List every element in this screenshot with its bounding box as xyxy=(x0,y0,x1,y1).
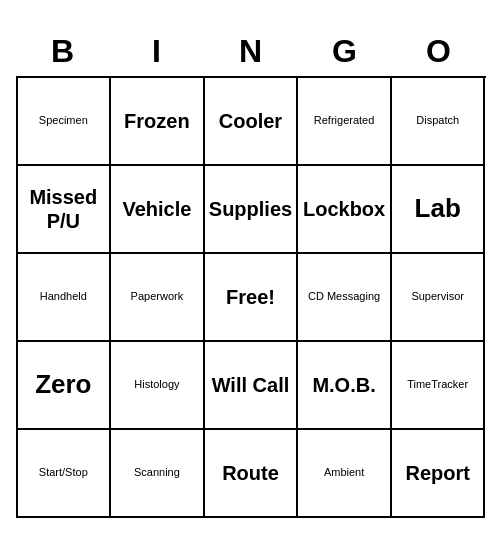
cell-text-0-1: Frozen xyxy=(124,109,190,133)
header-letter-b: B xyxy=(16,26,110,76)
cell-text-1-3: Lockbox xyxy=(303,197,385,221)
cell-4-2: Route xyxy=(205,430,299,518)
cell-text-1-4: Lab xyxy=(415,193,461,224)
cell-text-3-3: M.O.B. xyxy=(312,373,375,397)
grid-row-3: ZeroHistologyWill CallM.O.B.TimeTracker xyxy=(18,342,486,430)
cell-text-0-4: Dispatch xyxy=(416,114,459,127)
grid-row-2: HandheldPaperworkFree!CD MessagingSuperv… xyxy=(18,254,486,342)
header-letter-g: G xyxy=(298,26,392,76)
cell-3-3: M.O.B. xyxy=(298,342,392,430)
bingo-header: BINGO xyxy=(16,26,486,76)
header-letter-o: O xyxy=(392,26,486,76)
cell-2-1: Paperwork xyxy=(111,254,205,342)
cell-1-0: Missed P/U xyxy=(18,166,112,254)
cell-4-0: Start/Stop xyxy=(18,430,112,518)
cell-text-2-4: Supervisor xyxy=(411,290,464,303)
grid-row-4: Start/StopScanningRouteAmbientReport xyxy=(18,430,486,518)
cell-text-4-2: Route xyxy=(222,461,279,485)
cell-0-1: Frozen xyxy=(111,78,205,166)
cell-0-4: Dispatch xyxy=(392,78,486,166)
grid-row-1: Missed P/UVehicleSuppliesLockboxLab xyxy=(18,166,486,254)
cell-4-4: Report xyxy=(392,430,486,518)
cell-text-3-2: Will Call xyxy=(212,373,290,397)
cell-4-1: Scanning xyxy=(111,430,205,518)
cell-0-2: Cooler xyxy=(205,78,299,166)
cell-text-4-3: Ambient xyxy=(324,466,364,479)
bingo-grid: SpecimenFrozenCoolerRefrigeratedDispatch… xyxy=(16,76,486,518)
cell-2-3: CD Messaging xyxy=(298,254,392,342)
grid-row-0: SpecimenFrozenCoolerRefrigeratedDispatch xyxy=(18,78,486,166)
cell-2-4: Supervisor xyxy=(392,254,486,342)
cell-3-0: Zero xyxy=(18,342,112,430)
cell-text-2-0: Handheld xyxy=(40,290,87,303)
cell-1-3: Lockbox xyxy=(298,166,392,254)
cell-2-2: Free! xyxy=(205,254,299,342)
cell-0-3: Refrigerated xyxy=(298,78,392,166)
cell-text-2-2: Free! xyxy=(226,285,275,309)
header-letter-i: I xyxy=(110,26,204,76)
cell-text-3-0: Zero xyxy=(35,369,91,400)
bingo-card: BINGO SpecimenFrozenCoolerRefrigeratedDi… xyxy=(16,26,486,518)
cell-3-2: Will Call xyxy=(205,342,299,430)
cell-text-1-0: Missed P/U xyxy=(22,185,106,233)
cell-0-0: Specimen xyxy=(18,78,112,166)
cell-text-3-1: Histology xyxy=(134,378,179,391)
cell-text-2-1: Paperwork xyxy=(131,290,184,303)
cell-1-4: Lab xyxy=(392,166,486,254)
cell-text-0-0: Specimen xyxy=(39,114,88,127)
cell-1-2: Supplies xyxy=(205,166,299,254)
cell-text-3-4: TimeTracker xyxy=(407,378,468,391)
cell-text-2-3: CD Messaging xyxy=(308,290,380,303)
cell-text-4-1: Scanning xyxy=(134,466,180,479)
cell-text-1-1: Vehicle xyxy=(122,197,191,221)
cell-text-1-2: Supplies xyxy=(209,197,292,221)
cell-3-1: Histology xyxy=(111,342,205,430)
cell-text-0-3: Refrigerated xyxy=(314,114,375,127)
cell-2-0: Handheld xyxy=(18,254,112,342)
cell-1-1: Vehicle xyxy=(111,166,205,254)
cell-text-4-0: Start/Stop xyxy=(39,466,88,479)
cell-4-3: Ambient xyxy=(298,430,392,518)
cell-text-0-2: Cooler xyxy=(219,109,282,133)
cell-3-4: TimeTracker xyxy=(392,342,486,430)
cell-text-4-4: Report xyxy=(405,461,469,485)
header-letter-n: N xyxy=(204,26,298,76)
